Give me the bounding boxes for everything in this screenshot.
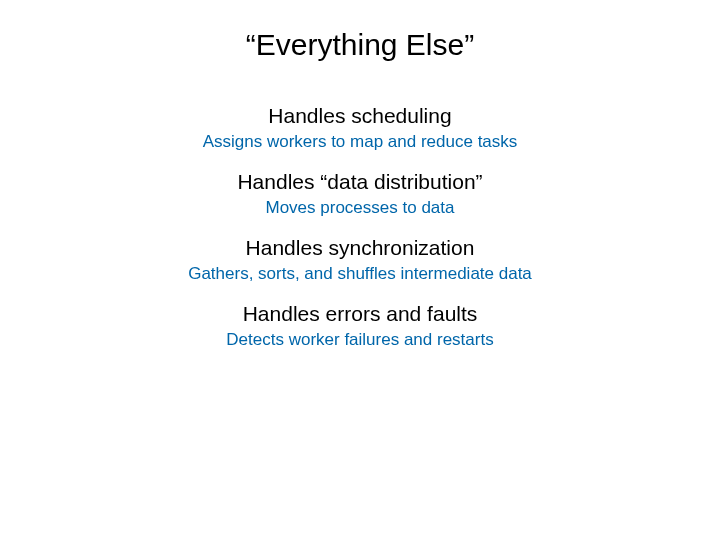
section-detail: Assigns workers to map and reduce tasks xyxy=(0,132,720,152)
slide: “Everything Else” Handles scheduling Ass… xyxy=(0,0,720,540)
section: Handles synchronization Gathers, sorts, … xyxy=(0,236,720,284)
section-heading: Handles scheduling xyxy=(0,104,720,128)
section: Handles “data distribution” Moves proces… xyxy=(0,170,720,218)
section-heading: Handles errors and faults xyxy=(0,302,720,326)
section-detail: Moves processes to data xyxy=(0,198,720,218)
section-detail: Detects worker failures and restarts xyxy=(0,330,720,350)
section-heading: Handles “data distribution” xyxy=(0,170,720,194)
slide-title: “Everything Else” xyxy=(0,28,720,62)
section-detail: Gathers, sorts, and shuffles intermediat… xyxy=(0,264,720,284)
section-heading: Handles synchronization xyxy=(0,236,720,260)
section: Handles errors and faults Detects worker… xyxy=(0,302,720,350)
section: Handles scheduling Assigns workers to ma… xyxy=(0,104,720,152)
